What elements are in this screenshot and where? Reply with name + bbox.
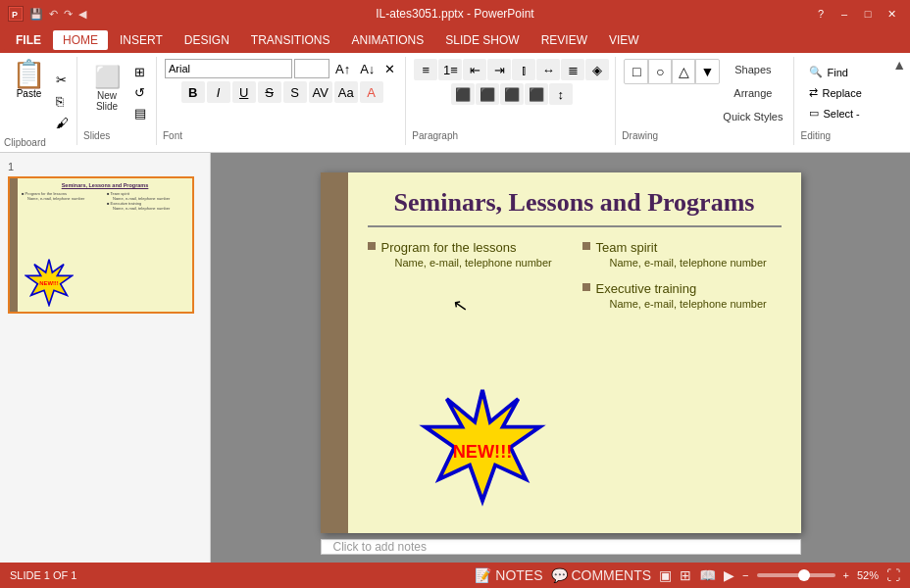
slide-thumbnail-1[interactable]: Seminars, Lessons and Programs ■ Program… bbox=[8, 176, 194, 314]
new-slide-btn[interactable]: ⬜ NewSlide bbox=[85, 59, 128, 118]
slide-number-1: 1 bbox=[8, 161, 202, 172]
bullet-right-2-main[interactable]: Executive training bbox=[596, 280, 767, 298]
align-left-btn[interactable]: ⬛ bbox=[451, 83, 475, 105]
bullet-left-1-main[interactable]: Program for the lessons bbox=[381, 239, 552, 257]
bullet-left-1-sub[interactable]: Name, e-mail, telephone number bbox=[381, 257, 552, 269]
slide-content: Seminars, Lessons and Programs Program f… bbox=[321, 172, 801, 337]
fit-window-btn[interactable]: ⛶ bbox=[886, 567, 900, 583]
notes-label: NOTES bbox=[495, 567, 542, 583]
bullet-right-2: Executive training Name, e-mail, telepho… bbox=[582, 280, 782, 314]
comments-btn[interactable]: 💬 COMMENTS bbox=[551, 567, 652, 583]
slide-canvas[interactable]: Seminars, Lessons and Programs Program f… bbox=[321, 172, 801, 533]
font-size-up-btn[interactable]: A↑ bbox=[331, 60, 354, 78]
thumb-title: Seminars, Lessons and Programs bbox=[22, 182, 188, 188]
clear-format-btn[interactable]: ✕ bbox=[380, 60, 399, 78]
numbering-btn[interactable]: 1≡ bbox=[438, 59, 462, 80]
increase-indent-btn[interactable]: ⇥ bbox=[487, 59, 511, 80]
bullet-right-1-main[interactable]: Team spirit bbox=[596, 239, 767, 257]
font-size-down-btn[interactable]: A↓ bbox=[356, 60, 379, 78]
clipboard-label: Clipboard bbox=[4, 137, 46, 148]
replace-btn[interactable]: ⇄ Replace bbox=[804, 83, 866, 102]
convert-smartart-btn[interactable]: ◈ bbox=[585, 59, 609, 80]
columns-btn[interactable]: ⫿ bbox=[512, 59, 535, 80]
shape-2[interactable]: ○ bbox=[647, 59, 673, 84]
file-menu[interactable]: FILE bbox=[4, 29, 53, 51]
reading-view-btn[interactable]: 📖 bbox=[699, 567, 716, 583]
slide-small-btns: ⊞ ↺ ▤ bbox=[130, 59, 150, 122]
maximize-btn[interactable]: □ bbox=[857, 5, 879, 23]
slide-title[interactable]: Seminars, Lessons and Programs bbox=[368, 188, 782, 218]
text-direction-btn[interactable]: ↔ bbox=[536, 59, 560, 80]
normal-view-btn[interactable]: ▣ bbox=[659, 567, 672, 583]
menu-slideshow[interactable]: SLIDE SHOW bbox=[435, 30, 529, 50]
bullet-right-1: Team spirit Name, e-mail, telephone numb… bbox=[582, 239, 782, 272]
line-spacing-btn[interactable]: ↕ bbox=[549, 83, 573, 105]
bullet-right-1-sub[interactable]: Name, e-mail, telephone number bbox=[596, 257, 767, 269]
underline-btn[interactable]: U bbox=[232, 81, 256, 103]
slide-right-col: Team spirit Name, e-mail, telephone numb… bbox=[582, 239, 782, 321]
shape-1[interactable]: □ bbox=[624, 59, 649, 84]
font-name-input[interactable] bbox=[165, 59, 292, 78]
find-label: Find bbox=[827, 67, 847, 78]
menu-transitions[interactable]: TRANSITIONS bbox=[241, 30, 340, 50]
status-left: SLIDE 1 OF 1 bbox=[10, 569, 76, 581]
editing-label: Editing bbox=[800, 130, 831, 141]
menu-view[interactable]: VIEW bbox=[599, 30, 649, 50]
menu-design[interactable]: DESIGN bbox=[175, 30, 239, 50]
shapes-btn[interactable]: Shapes bbox=[718, 59, 787, 80]
arrange-btn[interactable]: Arrange bbox=[718, 82, 787, 104]
quick-styles-btn[interactable]: Quick Styles bbox=[718, 106, 787, 127]
select-btn[interactable]: ▭ Select - bbox=[804, 104, 866, 122]
zoom-slider[interactable] bbox=[757, 573, 835, 577]
menu-insert[interactable]: INSERT bbox=[110, 30, 173, 50]
minimize-btn[interactable]: – bbox=[834, 5, 855, 23]
help-btn[interactable]: ? bbox=[810, 5, 832, 23]
notes-btn[interactable]: 📝 NOTES bbox=[475, 567, 542, 583]
menu-review[interactable]: REVIEW bbox=[531, 30, 597, 50]
starburst-text: NEW!!! bbox=[452, 442, 512, 462]
menu-animations[interactable]: ANIMATIONS bbox=[341, 30, 433, 50]
slide-accent-bar bbox=[321, 172, 348, 533]
zoom-minus-btn[interactable]: − bbox=[742, 569, 748, 581]
strikethrough-btn[interactable]: S bbox=[258, 81, 281, 103]
bullets-btn[interactable]: ≡ bbox=[414, 59, 437, 80]
format-painter-btn[interactable]: 🖌 bbox=[52, 114, 73, 132]
font-spacing-btn[interactable]: AV bbox=[309, 81, 332, 103]
font-color-btn[interactable]: A bbox=[360, 81, 383, 103]
italic-btn[interactable]: I bbox=[207, 81, 230, 103]
align-center-btn[interactable]: ⬛ bbox=[476, 83, 499, 105]
justify-btn[interactable]: ⬛ bbox=[525, 83, 548, 105]
slide-layout-btn[interactable]: ⊞ bbox=[130, 63, 150, 81]
align-right-btn[interactable]: ⬛ bbox=[500, 83, 524, 105]
shape-more[interactable]: ▼ bbox=[694, 59, 720, 84]
cut-btn[interactable]: ✂ bbox=[52, 71, 73, 89]
slide-reset-btn[interactable]: ↺ bbox=[130, 83, 150, 102]
slide-panel: 1 Seminars, Lessons and Programs ■ Progr… bbox=[0, 153, 211, 563]
slideshow-btn[interactable]: ▶ bbox=[724, 567, 734, 583]
window-controls[interactable]: ? – □ ✕ bbox=[810, 5, 902, 23]
title-bar-left: P 💾 ↶ ↷ ◀ bbox=[8, 6, 86, 22]
notes-area[interactable]: Click to add notes bbox=[321, 539, 801, 555]
slide-section-btn[interactable]: ▤ bbox=[130, 104, 150, 122]
align-text-btn[interactable]: ≣ bbox=[561, 59, 584, 80]
font-size-input[interactable] bbox=[294, 59, 329, 78]
zoom-level[interactable]: 52% bbox=[857, 569, 879, 581]
close-btn[interactable]: ✕ bbox=[881, 5, 902, 23]
slide-sorter-btn[interactable]: ⊞ bbox=[680, 567, 691, 583]
ribbon-collapse-btn[interactable]: ▲ bbox=[892, 57, 906, 73]
change-case-btn[interactable]: Aa bbox=[334, 81, 358, 103]
shape-3[interactable]: △ bbox=[671, 59, 696, 84]
bold-btn[interactable]: B bbox=[181, 81, 205, 103]
decrease-indent-btn[interactable]: ⇤ bbox=[463, 59, 486, 80]
bullet-right-2-sub[interactable]: Name, e-mail, telephone number bbox=[596, 298, 767, 310]
shadow-btn[interactable]: S bbox=[283, 81, 307, 103]
zoom-plus-btn[interactable]: + bbox=[843, 569, 849, 581]
paste-btn[interactable]: 📋 Paste bbox=[8, 59, 50, 143]
main-area: 1 Seminars, Lessons and Programs ■ Progr… bbox=[0, 153, 910, 563]
slide-starburst[interactable]: NEW!!! bbox=[419, 386, 546, 514]
find-btn[interactable]: 🔍 Find bbox=[804, 63, 866, 81]
paragraph-group: ≡ 1≡ ⇤ ⇥ ⫿ ↔ ≣ ◈ ⬛ ⬛ ⬛ ⬛ ↕ Paragraph bbox=[408, 57, 616, 145]
menu-home[interactable]: HOME bbox=[53, 30, 108, 50]
copy-btn[interactable]: ⎘ bbox=[52, 92, 73, 111]
svg-text:NEW!!!: NEW!!! bbox=[39, 280, 58, 286]
